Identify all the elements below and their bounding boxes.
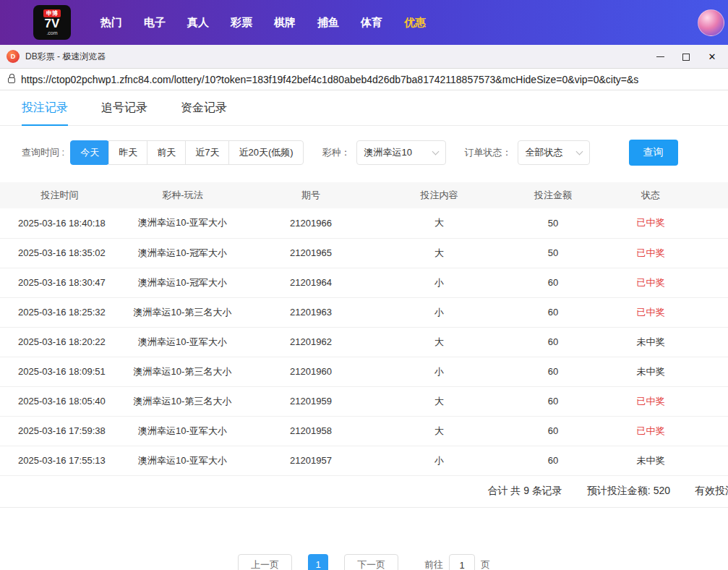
- cell-game: 澳洲幸运10-第三名大小: [119, 357, 246, 386]
- nav-item-棋牌[interactable]: 棋牌: [263, 0, 307, 45]
- lottery-select-value: 澳洲幸运10: [364, 146, 412, 159]
- cell-amount: 60: [502, 327, 604, 357]
- time-option-昨天[interactable]: 昨天: [108, 140, 147, 165]
- goto-page-input[interactable]: [449, 554, 475, 570]
- column-header: 投注内容: [376, 182, 502, 208]
- cell-issue: 21201966: [246, 208, 376, 238]
- cell-time: 2025-03-16 17:55:13: [0, 446, 119, 475]
- cell-issue: 21201958: [246, 416, 376, 446]
- summary-item: 合计 共 9 条记录: [487, 485, 562, 498]
- cell-content: 小: [376, 297, 502, 327]
- cell-issue: 21201964: [246, 268, 376, 297]
- tab-追号记录[interactable]: 追号记录: [101, 101, 147, 125]
- nav-item-热门[interactable]: 热门: [90, 0, 133, 45]
- column-header: 投注金额: [502, 182, 604, 208]
- site-logo[interactable]: 申博 7V .com: [33, 5, 71, 40]
- lottery-filter-label: 彩种：: [322, 146, 351, 159]
- cell-filler: [698, 268, 728, 297]
- filter-bar: 查询时间 : 今天昨天前天近7天近20天(低频) 彩种： 澳洲幸运10 订单状态…: [22, 140, 728, 166]
- close-button[interactable]: ✕: [699, 45, 725, 69]
- minimize-button[interactable]: [647, 45, 673, 69]
- cell-status: 未中奖: [604, 446, 698, 475]
- cell-content: 大: [376, 238, 502, 268]
- cell-time: 2025-03-16 18:25:32: [0, 297, 119, 327]
- summary-item: 预计投注金额: 520: [587, 485, 670, 498]
- cell-amount: 60: [502, 268, 604, 297]
- order-status-select[interactable]: 全部状态: [518, 140, 590, 165]
- minimize-icon: [656, 56, 664, 57]
- time-filter-group: 今天昨天前天近7天近20天(低频): [70, 140, 303, 165]
- maximize-button[interactable]: [673, 45, 699, 69]
- cell-game: 澳洲幸运10-冠军大小: [119, 238, 246, 268]
- cell-filler: [698, 416, 728, 446]
- table-row: 2025-03-16 18:35:02澳洲幸运10-冠军大小21201965大5…: [0, 238, 728, 268]
- cell-issue: 21201959: [246, 386, 376, 416]
- table-row: 2025-03-16 18:30:47澳洲幸运10-冠军大小21201964小6…: [0, 268, 728, 297]
- tab-资金记录[interactable]: 资金记录: [181, 101, 227, 125]
- table-row: 2025-03-16 18:05:40澳洲幸运10-第三名大小21201959大…: [0, 386, 728, 416]
- time-option-近7天[interactable]: 近7天: [185, 140, 229, 165]
- nav-item-体育[interactable]: 体育: [350, 0, 393, 45]
- next-page-button[interactable]: 下一页: [344, 554, 398, 570]
- cell-issue: 21201963: [246, 297, 376, 327]
- cell-issue: 21201960: [246, 357, 376, 386]
- nav-item-捕鱼[interactable]: 捕鱼: [307, 0, 350, 45]
- time-option-今天[interactable]: 今天: [70, 140, 109, 165]
- page-url: https://ctop02pchwp1.zfnc84.com/lottery/…: [21, 74, 638, 85]
- cell-time: 2025-03-16 18:09:51: [0, 357, 119, 386]
- address-bar[interactable]: https://ctop02pchwp1.zfnc84.com/lottery/…: [0, 69, 728, 90]
- cell-status: 已中奖: [604, 386, 698, 416]
- cell-game: 澳洲幸运10-第三名大小: [119, 386, 246, 416]
- cell-amount: 60: [502, 386, 604, 416]
- cell-status: 已中奖: [604, 238, 698, 268]
- cell-game: 澳洲幸运10-亚军大小: [119, 208, 246, 238]
- window-title: DB彩票 - 极速浏览器: [25, 51, 106, 63]
- goto-label: 前往: [424, 554, 443, 570]
- lock-icon: [8, 77, 15, 83]
- cell-filler: [698, 327, 728, 357]
- chevron-down-icon: [432, 148, 439, 155]
- site-top-bar: 申博 7V .com 热门电子真人彩票棋牌捕鱼体育优惠: [0, 0, 728, 45]
- current-page[interactable]: 1: [308, 554, 328, 570]
- cell-time: 2025-03-16 18:40:18: [0, 208, 119, 238]
- cell-content: 小: [376, 357, 502, 386]
- cell-game: 澳洲幸运10-冠军大小: [119, 268, 246, 297]
- logo-suffix: .com: [46, 30, 57, 36]
- user-avatar[interactable]: [698, 9, 724, 36]
- column-header: 投注时间: [0, 182, 119, 208]
- cell-time: 2025-03-16 18:35:02: [0, 238, 119, 268]
- search-button[interactable]: 查询: [629, 140, 678, 166]
- cell-status: 已中奖: [604, 416, 698, 446]
- lottery-select[interactable]: 澳洲幸运10: [356, 140, 446, 165]
- prev-page-button[interactable]: 上一页: [238, 554, 292, 570]
- logo-badge: 申博: [43, 9, 61, 17]
- table-row: 2025-03-16 18:20:22澳洲幸运10-亚军大小21201962大6…: [0, 327, 728, 357]
- cell-content: 小: [376, 446, 502, 475]
- page-content: 投注记录追号记录资金记录 查询时间 : 今天昨天前天近7天近20天(低频) 彩种…: [0, 91, 728, 570]
- cell-status: 已中奖: [604, 208, 698, 238]
- cell-game: 澳洲幸运10-第三名大小: [119, 297, 246, 327]
- cell-time: 2025-03-16 18:30:47: [0, 268, 119, 297]
- time-option-近20天(低频)[interactable]: 近20天(低频): [228, 140, 303, 165]
- cell-time: 2025-03-16 18:20:22: [0, 327, 119, 357]
- bet-table-head-row: 投注时间彩种-玩法期号投注内容投注金额状态: [0, 182, 728, 208]
- table-row: 2025-03-16 18:25:32澳洲幸运10-第三名大小21201963小…: [0, 297, 728, 327]
- column-header: 期号: [246, 182, 376, 208]
- chevron-down-icon: [575, 148, 583, 155]
- tab-投注记录[interactable]: 投注记录: [22, 101, 68, 126]
- cell-status: 未中奖: [604, 357, 698, 386]
- cell-content: 大: [376, 208, 502, 238]
- logo-text: 7V: [45, 17, 60, 30]
- cell-amount: 60: [502, 297, 604, 327]
- cell-content: 小: [376, 268, 502, 297]
- column-header: 彩种-玩法: [119, 182, 246, 208]
- table-summary: 合计 共 9 条记录预计投注金额: 520有效投注金额: [0, 476, 728, 508]
- site-favicon-icon: D: [7, 50, 20, 63]
- nav-item-真人[interactable]: 真人: [176, 0, 220, 45]
- cell-amount: 50: [502, 208, 604, 238]
- nav-item-电子[interactable]: 电子: [133, 0, 176, 45]
- time-option-前天[interactable]: 前天: [147, 140, 186, 165]
- nav-item-优惠[interactable]: 优惠: [393, 0, 437, 45]
- bet-records-table: 投注时间彩种-玩法期号投注内容投注金额状态 2025-03-16 18:40:1…: [0, 182, 728, 476]
- nav-item-彩票[interactable]: 彩票: [220, 0, 263, 45]
